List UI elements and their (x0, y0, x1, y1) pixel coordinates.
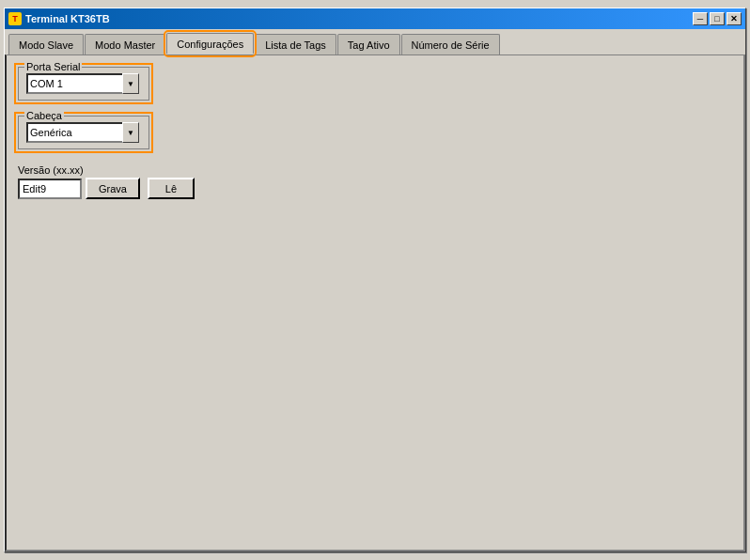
titlebar-left: T Terminal KT36TB (8, 12, 110, 25)
main-window: T Terminal KT36TB ─ □ ✕ Modo Slave Modo … (4, 8, 746, 552)
versao-row: Grava Lê (18, 178, 732, 199)
titlebar: T Terminal KT36TB ─ □ ✕ (5, 8, 745, 29)
window-title: Terminal KT36TB (25, 13, 110, 24)
tabbar: Modo Slave Modo Master Configurações Lis… (5, 29, 745, 54)
close-button[interactable]: ✕ (727, 12, 742, 25)
maximize-button[interactable]: □ (710, 12, 725, 25)
titlebar-buttons: ─ □ ✕ (693, 12, 742, 25)
versao-section: Versão (xx.xx) Grava Lê (18, 164, 732, 199)
cabeca-select-wrapper: Genérica Tipo A Tipo B ▼ (26, 122, 139, 143)
cabeca-group: Cabeça Genérica Tipo A Tipo B ▼ (18, 116, 149, 149)
cabeca-label: Cabeça (24, 110, 64, 121)
le-button[interactable]: Lê (148, 178, 195, 199)
porta-serial-label: Porta Serial (24, 61, 82, 72)
versao-label: Versão (xx.xx) (18, 164, 732, 176)
minimize-button[interactable]: ─ (693, 12, 708, 25)
porta-serial-select[interactable]: COM 1 COM 2 COM 3 COM 4 (26, 73, 139, 94)
app-icon: T (8, 12, 22, 25)
button-row: Grava Lê (86, 178, 195, 199)
tab-lista-de-tags[interactable]: Lista de Tags (255, 34, 336, 54)
tab-numero-de-serie[interactable]: Número de Série (401, 34, 500, 54)
tab-modo-slave[interactable]: Modo Slave (8, 34, 84, 54)
versao-input[interactable] (18, 179, 82, 199)
tab-configuracoes[interactable]: Configurações (166, 33, 254, 54)
porta-serial-select-wrapper: COM 1 COM 2 COM 3 COM 4 ▼ (26, 73, 139, 94)
grava-button[interactable]: Grava (86, 178, 140, 199)
cabeca-select[interactable]: Genérica Tipo A Tipo B (26, 122, 139, 143)
tab-content: Porta Serial COM 1 COM 2 COM 3 COM 4 ▼ C… (5, 54, 745, 552)
porta-serial-group: Porta Serial COM 1 COM 2 COM 3 COM 4 ▼ (18, 67, 149, 101)
tab-modo-master[interactable]: Modo Master (85, 34, 165, 54)
tab-tag-ativo[interactable]: Tag Ativo (337, 34, 400, 54)
cabeca-section: Cabeça Genérica Tipo A Tipo B ▼ (18, 116, 732, 157)
porta-serial-section: Porta Serial COM 1 COM 2 COM 3 COM 4 ▼ (18, 67, 732, 108)
